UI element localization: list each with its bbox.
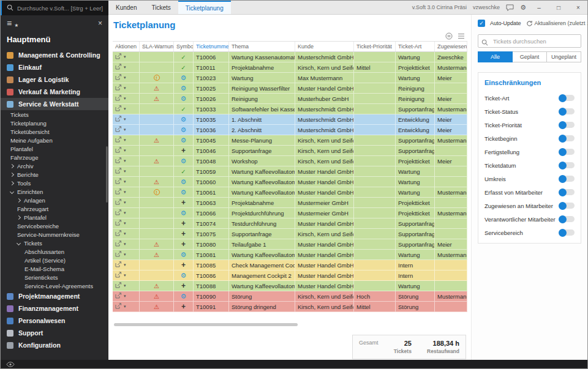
open-ticket-icon[interactable] bbox=[115, 251, 122, 258]
table-row[interactable]: ▾ ⚠ ⚙ T10026 Reinigung Musterhuber GmbH … bbox=[113, 94, 467, 104]
table-row[interactable]: ▾ ⚙ T10066 Projektdurchführung Mustermei… bbox=[113, 208, 467, 218]
sidebar-item-meine-aufgaben[interactable]: Meine Aufgaben bbox=[1, 136, 108, 144]
sidebar-item-ticketplanung[interactable]: Ticketplanung bbox=[1, 119, 108, 127]
row-menu-chevron-icon[interactable]: ▾ bbox=[124, 231, 126, 236]
column-header-zugewiesen-an[interactable]: Zugewiesen an bbox=[435, 42, 467, 51]
table-row[interactable]: ▾ ✓ T10011 Projektabnahme Kirsch, Kern u… bbox=[113, 62, 467, 73]
open-ticket-icon[interactable] bbox=[115, 178, 122, 185]
sidebar-item-serientickets[interactable]: Serientickets bbox=[1, 273, 108, 281]
window-close-button[interactable]: × bbox=[571, 4, 585, 11]
sidebar-item-tickets[interactable]: Tickets bbox=[1, 239, 108, 247]
open-ticket-icon[interactable] bbox=[115, 303, 122, 310]
column-header-ticket-prioritaet[interactable]: Ticket-Priorität bbox=[354, 42, 396, 51]
table-row[interactable]: ▾ ⚠ + T10091 Störung dringend Kirsch, Ke… bbox=[113, 302, 467, 312]
filter-toggle-verantwortlicher-mitarbeiter[interactable] bbox=[559, 216, 575, 222]
table-row[interactable]: ▾ ! ⚙ T10061 Wartung Kaffeevollautomat M… bbox=[113, 187, 467, 198]
sidebar-close-icon[interactable]: × bbox=[98, 19, 102, 28]
row-menu-chevron-icon[interactable]: ▾ bbox=[124, 138, 126, 143]
sidebar-item-projektmanagement[interactable]: Projektmanagement bbox=[1, 290, 108, 302]
sidebar-item-personalwesen[interactable]: Personalwesen bbox=[1, 315, 108, 327]
row-menu-chevron-icon[interactable]: ▾ bbox=[124, 106, 126, 111]
open-ticket-icon[interactable] bbox=[115, 157, 122, 165]
favorites-star-icon[interactable]: ★ bbox=[14, 23, 18, 28]
column-header-thema[interactable]: Thema bbox=[229, 42, 295, 51]
table-row[interactable]: ▾ ⚠ ⚙ T10090 Störung Kirsch, Kern und Se… bbox=[113, 291, 467, 302]
table-row[interactable]: ▾ + T10075 Supportanfrage Kirsch, Kern u… bbox=[113, 229, 467, 239]
column-header-symbol[interactable]: Symbol bbox=[174, 42, 194, 51]
sidebar-item-artikel-service[interactable]: Artikel (Service) bbox=[1, 256, 108, 264]
sidebar-item-plantafel[interactable]: Plantafel bbox=[1, 213, 108, 222]
sidebar-item-ticketuebersicht[interactable]: Ticketübersicht bbox=[1, 127, 108, 136]
eye-icon[interactable] bbox=[6, 359, 15, 369]
row-menu-chevron-icon[interactable]: ▾ bbox=[124, 54, 126, 59]
sidebar-item-konfiguration[interactable]: Konfiguration bbox=[1, 339, 108, 351]
column-header-aktionen[interactable]: Aktionen bbox=[113, 42, 140, 51]
open-ticket-icon[interactable] bbox=[115, 74, 122, 81]
table-row[interactable]: ▾ ⚠ ⚙ T10045 Messe-Planung Kirsch, Kern … bbox=[113, 135, 467, 146]
row-menu-chevron-icon[interactable]: ▾ bbox=[124, 148, 126, 153]
table-row[interactable]: ▾ ⚠ + T10080 Teilaufgabe 1 Muster Handel… bbox=[113, 239, 467, 250]
table-row[interactable]: ▾ ⚠ + T10088 Wartung Kaffeevollautomat M… bbox=[113, 281, 467, 291]
sidebar-scrollbar[interactable] bbox=[106, 146, 108, 203]
settings-gear-icon[interactable]: ⚙ bbox=[520, 4, 526, 12]
sidebar-item-management-controlling[interactable]: Management & Controlling bbox=[1, 49, 108, 61]
sidebar-item-lager-logistik[interactable]: Lager & Logistik bbox=[1, 73, 108, 86]
grid-settings-icon[interactable] bbox=[445, 32, 453, 40]
filter-toggle-ticketbeginn[interactable] bbox=[559, 135, 575, 141]
filter-toggle-zugewiesen-an-mitarbeiter[interactable] bbox=[559, 203, 575, 209]
open-ticket-icon[interactable] bbox=[115, 136, 122, 144]
horizontal-scrollbar[interactable] bbox=[114, 323, 298, 326]
sidebar-item-anlagen[interactable]: Anlagen bbox=[1, 196, 108, 204]
global-search[interactable] bbox=[1, 1, 108, 15]
sidebar-item-einkauf[interactable]: Einkauf bbox=[1, 61, 108, 73]
sidebar-item-einrichten[interactable]: Einrichten bbox=[1, 187, 108, 196]
open-ticket-icon[interactable] bbox=[115, 293, 122, 300]
open-ticket-icon[interactable] bbox=[115, 105, 122, 113]
global-search-input[interactable] bbox=[17, 5, 104, 12]
open-ticket-icon[interactable] bbox=[115, 64, 122, 71]
window-maximize-button[interactable]: □ bbox=[552, 4, 565, 11]
row-menu-chevron-icon[interactable]: ▾ bbox=[124, 96, 126, 101]
sidebar-item-fahrzeugart[interactable]: Fahrzeugart bbox=[1, 204, 108, 213]
table-row[interactable]: ▾ + T10074 Testdurchführung Muster Hande… bbox=[113, 218, 467, 229]
segment-geplant[interactable]: Geplant bbox=[513, 51, 547, 62]
filter-toggle-erfasst-von-mitarbeiter[interactable] bbox=[559, 189, 575, 195]
sidebar-item-abschlussarten[interactable]: Abschlussarten bbox=[1, 247, 108, 256]
filter-toggle-umkreis[interactable] bbox=[559, 176, 575, 182]
table-row[interactable]: ▾ ⚠ ⚙ T10081 Wartung Kaffeevollautomat M… bbox=[113, 250, 467, 260]
chat-icon[interactable] bbox=[506, 4, 514, 11]
table-row[interactable]: ▾ ! ⚙ T10023 Wartung Max Mustermann Wart… bbox=[113, 73, 467, 83]
table-row[interactable]: ▾ ⚙ T10036 2. Abschnitt Musterschmidt Gm… bbox=[113, 125, 467, 135]
column-header-ticketnummer[interactable]: Ticketnummer▲ bbox=[194, 42, 229, 51]
table-row[interactable]: ▾ ⚠ ⚙ T10048 Workshop Kirsch, Kern und S… bbox=[113, 156, 467, 166]
row-menu-chevron-icon[interactable]: ▾ bbox=[124, 117, 126, 122]
table-row[interactable]: ▾ ⚙ T10086 Management Cockpit 2 Muster H… bbox=[113, 270, 467, 281]
row-menu-chevron-icon[interactable]: ▾ bbox=[124, 127, 126, 132]
table-row[interactable]: ▾ + T10063 Projektabnahme Mustermeier Gm… bbox=[113, 198, 467, 208]
segment-ungeplant[interactable]: Ungeplant bbox=[547, 51, 581, 62]
table-row[interactable]: ▾ ✓ T10059 Wartung Kaffeevollautomat Mus… bbox=[113, 166, 467, 177]
row-menu-chevron-icon[interactable]: ▾ bbox=[124, 273, 126, 278]
row-menu-chevron-icon[interactable]: ▾ bbox=[124, 200, 126, 205]
open-ticket-icon[interactable] bbox=[115, 199, 122, 206]
table-row[interactable]: ▾ ✓ T10006 Wartung Kassenautomat Musters… bbox=[113, 52, 467, 62]
row-menu-chevron-icon[interactable]: ▾ bbox=[124, 211, 126, 215]
open-ticket-icon[interactable] bbox=[115, 261, 122, 269]
row-menu-chevron-icon[interactable]: ▾ bbox=[124, 283, 126, 288]
column-header-kunde[interactable]: Kunde bbox=[295, 42, 354, 51]
sidebar-item-e-mail-schema[interactable]: E-Mail-Schema bbox=[1, 264, 108, 273]
row-menu-chevron-icon[interactable]: ▾ bbox=[124, 263, 126, 267]
refresh-button[interactable]: Aktualisieren (zuletzt 13:34) bbox=[526, 20, 587, 27]
sidebar-item-fahrzeuge[interactable]: Fahrzeuge bbox=[1, 153, 108, 162]
column-header-sla-warnung[interactable]: SLA-Warnung bbox=[140, 42, 174, 51]
sidebar-item-service-werkstatt[interactable]: Service & Werkstatt bbox=[1, 98, 108, 110]
open-ticket-icon[interactable] bbox=[115, 230, 122, 237]
sidebar-item-support[interactable]: Support bbox=[1, 327, 108, 339]
sidebar-item-archiv[interactable]: Archiv bbox=[1, 162, 108, 170]
row-menu-chevron-icon[interactable]: ▾ bbox=[124, 242, 126, 247]
filter-toggle-ticket-prioritaet[interactable] bbox=[559, 122, 575, 128]
open-ticket-icon[interactable] bbox=[115, 84, 122, 92]
filter-toggle-fertigstellung[interactable] bbox=[559, 149, 575, 155]
sidebar-item-service-level-agreements[interactable]: Service-Level-Agreements bbox=[1, 281, 108, 290]
open-ticket-icon[interactable] bbox=[115, 95, 122, 102]
